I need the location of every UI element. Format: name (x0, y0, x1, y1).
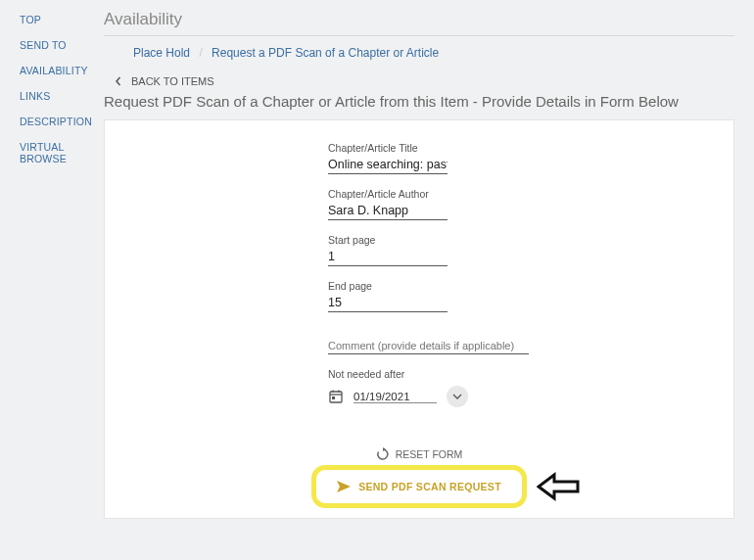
back-to-items[interactable]: BACK TO ITEMS (104, 75, 734, 87)
send-label: SEND PDF SCAN REQUEST (358, 481, 501, 492)
label-start-page: Start page (328, 234, 529, 246)
sidebar-item-top[interactable]: TOP (20, 14, 94, 25)
label-title: Chapter/Article Title (328, 142, 529, 154)
reset-label: RESET FORM (396, 448, 463, 460)
form-actions: RESET FORM SEND PDF SCAN REQUEST (272, 447, 566, 500)
svg-rect-0 (330, 392, 342, 402)
tab-request-scan[interactable]: Request a PDF Scan of a Chapter or Artic… (212, 46, 439, 60)
send-icon (337, 481, 351, 492)
sidebar-item-send-to[interactable]: SEND TO (20, 39, 94, 51)
sidebar-item-virtual-browse[interactable]: VIRTUAL BROWSE (20, 141, 94, 164)
chevron-down-icon (452, 394, 462, 399)
tab-place-hold[interactable]: Place Hold (133, 46, 190, 60)
breadcrumb-tabs: Place Hold / Request a PDF Scan of a Cha… (104, 46, 734, 60)
field-not-needed-after: Not needed after (328, 368, 529, 407)
back-label: BACK TO ITEMS (131, 75, 214, 87)
label-author: Chapter/Article Author (328, 188, 529, 200)
main: Availability Place Hold / Request a PDF … (94, 0, 754, 560)
sidebar-item-availability[interactable]: AVAILABILITY (20, 65, 94, 76)
input-title[interactable] (328, 156, 448, 174)
sidebar-item-description[interactable]: DESCRIPTION (20, 116, 94, 127)
input-start-page[interactable] (328, 248, 448, 266)
label-end-page: End page (328, 280, 529, 292)
input-end-page[interactable] (328, 294, 448, 312)
input-not-needed-after[interactable] (353, 391, 437, 403)
field-end-page: End page (328, 280, 529, 312)
field-comment (328, 338, 529, 354)
label-not-needed-after: Not needed after (328, 368, 529, 380)
input-comment[interactable] (328, 338, 529, 354)
sidebar: TOP SEND TO AVAILABILITY LINKS DESCRIPTI… (0, 0, 94, 560)
reset-icon (376, 447, 390, 461)
request-form: Chapter/Article Title Chapter/Article Au… (104, 119, 734, 519)
field-title: Chapter/Article Title (328, 142, 529, 174)
field-start-page: Start page (328, 234, 529, 266)
send-pdf-scan-request-button[interactable]: SEND PDF SCAN REQUEST (325, 473, 513, 500)
reset-form-button[interactable]: RESET FORM (376, 447, 463, 461)
page-heading: Request PDF Scan of a Chapter or Article… (104, 93, 734, 110)
sidebar-item-links[interactable]: LINKS (20, 90, 94, 102)
section-title: Availability (104, 10, 734, 36)
svg-rect-4 (332, 397, 335, 399)
calendar-icon[interactable] (328, 389, 344, 404)
arrow-annotation-icon (537, 471, 580, 502)
input-author[interactable] (328, 202, 448, 220)
chevron-left-icon (114, 76, 123, 86)
field-author: Chapter/Article Author (328, 188, 529, 220)
tab-separator: / (199, 46, 202, 60)
date-dropdown-button[interactable] (447, 386, 468, 407)
